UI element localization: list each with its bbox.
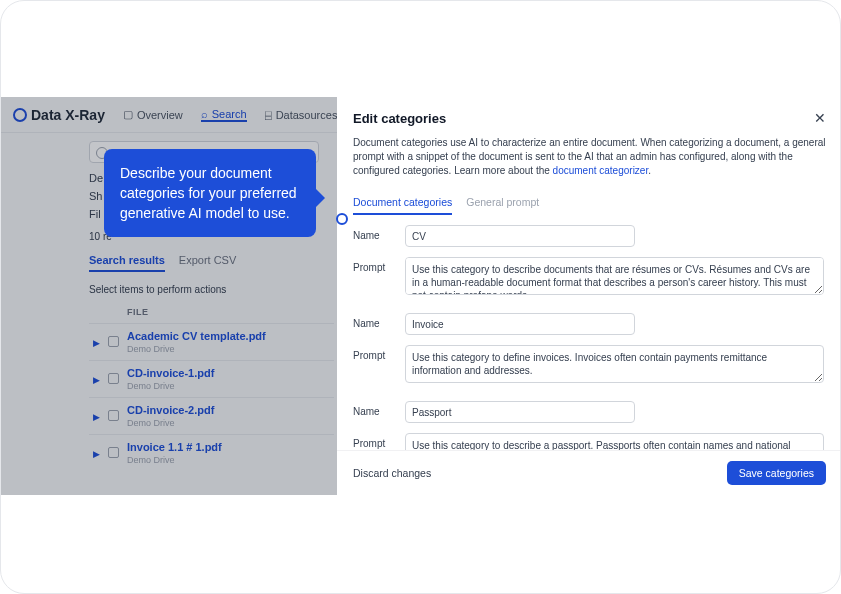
panel-tabs: Document categories General prompt: [337, 196, 841, 215]
discard-button[interactable]: Discard changes: [353, 467, 431, 479]
category-name-input[interactable]: [405, 313, 635, 335]
name-label: Name: [353, 225, 393, 241]
category-prompt-input[interactable]: Use this category to describe a passport…: [405, 433, 824, 450]
prompt-label: Prompt: [353, 345, 393, 361]
save-categories-button[interactable]: Save categories: [727, 461, 826, 485]
prompt-label: Prompt: [353, 433, 393, 449]
category-block: NamePromptUse this category to describe …: [353, 225, 824, 295]
tab-document-categories[interactable]: Document categories: [353, 196, 452, 215]
tour-callout: Describe your document categories for yo…: [104, 149, 316, 237]
prompt-label: Prompt: [353, 257, 393, 273]
tour-step-dot: [336, 213, 348, 225]
edit-categories-panel: Edit categories ✕ Document categories us…: [337, 97, 841, 495]
category-name-input[interactable]: [405, 225, 635, 247]
panel-title: Edit categories: [353, 111, 446, 126]
name-label: Name: [353, 313, 393, 329]
close-icon[interactable]: ✕: [814, 111, 826, 125]
name-label: Name: [353, 401, 393, 417]
category-name-input[interactable]: [405, 401, 635, 423]
category-block: NamePromptUse this category to describe …: [353, 401, 824, 450]
panel-footer: Discard changes Save categories: [337, 450, 841, 495]
tab-general-prompt[interactable]: General prompt: [466, 196, 539, 215]
category-prompt-input[interactable]: Use this category to define invoices. In…: [405, 345, 824, 383]
panel-description: Document categories use AI to characteri…: [337, 136, 841, 178]
category-block: NamePromptUse this category to define in…: [353, 313, 824, 383]
category-prompt-input[interactable]: Use this category to describe documents …: [405, 257, 824, 295]
panel-body: NamePromptUse this category to describe …: [337, 215, 841, 450]
callout-text: Describe your document categories for yo…: [120, 165, 297, 221]
doc-categorizer-link[interactable]: document categorizer: [553, 165, 649, 176]
